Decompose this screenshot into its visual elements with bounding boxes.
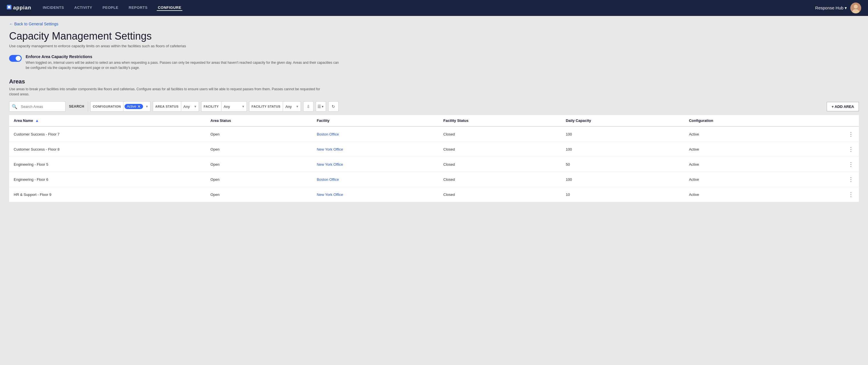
toggle-row: Enforce Area Capacity Restrictions When … <box>9 55 859 70</box>
facility-link[interactable]: New York Office <box>317 193 343 197</box>
row-actions[interactable]: ⋮ <box>804 172 859 187</box>
cell-area-status: Open <box>206 172 312 187</box>
area-status-filter-value: Any <box>181 104 192 109</box>
configuration-filter-label: CONFIGURATION <box>91 102 124 111</box>
facility-link[interactable]: Boston Office <box>317 177 339 181</box>
add-area-button[interactable]: + ADD AREA <box>827 102 859 111</box>
facility-filter[interactable]: FACILITY Any ▼ <box>201 101 247 111</box>
navbar: appian INCIDENTS ACTIVITY PEOPLE REPORTS… <box>0 0 868 16</box>
nav-reports[interactable]: REPORTS <box>128 5 149 11</box>
area-status-chevron-icon: ▼ <box>192 105 198 108</box>
search-icon: 🔍 <box>9 104 20 109</box>
facility-link[interactable]: New York Office <box>317 162 343 167</box>
cell-configuration: Active <box>684 126 804 142</box>
col-area-status: Area Status <box>206 115 312 126</box>
cell-configuration: Active <box>684 157 804 172</box>
configuration-chevron-icon: ▼ <box>144 105 150 108</box>
cell-area-status: Open <box>206 187 312 202</box>
facility-status-filter[interactable]: FACILITY STATUS Any ▼ <box>249 101 301 111</box>
nav-configure[interactable]: CONFIGURE <box>157 5 183 11</box>
nav-links: INCIDENTS ACTIVITY PEOPLE REPORTS CONFIG… <box>41 5 182 11</box>
cell-daily-capacity: 100 <box>561 126 684 142</box>
cell-facility-status: Closed <box>439 187 561 202</box>
facility-status-filter-value: Any <box>283 104 294 109</box>
cell-area-name: HR & Support - Floor 9 <box>9 187 206 202</box>
cell-facility-status: Closed <box>439 172 561 187</box>
row-actions[interactable]: ⋮ <box>804 157 859 172</box>
facility-status-filter-label: FACILITY STATUS <box>249 102 283 111</box>
cell-facility: New York Office <box>312 157 439 172</box>
configuration-filter-value: Active <box>127 104 136 108</box>
svg-text:appian: appian <box>13 5 31 10</box>
col-actions <box>804 115 859 126</box>
area-status-filter[interactable]: AREA STATUS Any ▼ <box>153 101 199 111</box>
toolbar: 🔍 SEARCH CONFIGURATION Active ✕ ▼ AREA S… <box>9 101 859 111</box>
col-configuration: Configuration <box>684 115 804 126</box>
cell-configuration: Active <box>684 172 804 187</box>
nav-people[interactable]: PEOPLE <box>101 5 120 11</box>
areas-desc: Use areas to break your facilities into … <box>9 87 322 97</box>
logo[interactable]: appian <box>7 3 32 13</box>
toggle-description: When toggled on, internal users will be … <box>26 60 339 70</box>
table-row: HR & Support - Floor 9 Open New York Off… <box>9 187 859 202</box>
areas-table: Area Name ▲ Area Status Facility Facilit… <box>9 115 859 202</box>
navbar-right: Response Hub ▾ <box>815 3 861 13</box>
row-actions[interactable]: ⋮ <box>804 187 859 202</box>
col-facility: Facility <box>312 115 439 126</box>
table-header: Area Name ▲ Area Status Facility Facilit… <box>9 115 859 126</box>
download-button[interactable]: ⇩ <box>303 101 313 111</box>
cell-facility-status: Closed <box>439 126 561 142</box>
cell-daily-capacity: 100 <box>561 142 684 157</box>
cell-area-status: Open <box>206 126 312 142</box>
filter-button[interactable]: ☰ ▼ <box>316 101 326 111</box>
search-button[interactable]: SEARCH <box>65 101 88 111</box>
refresh-button[interactable]: ↻ <box>328 101 339 111</box>
page-title: Capacity Management Settings <box>9 30 859 42</box>
search-input[interactable] <box>20 104 65 109</box>
nav-incidents[interactable]: INCIDENTS <box>41 5 65 11</box>
area-name-sort-icon[interactable]: ▲ <box>35 119 39 123</box>
col-daily-capacity: Daily Capacity <box>561 115 684 126</box>
search-box: 🔍 SEARCH <box>9 101 88 111</box>
configuration-filter-clear[interactable]: ✕ <box>137 104 141 108</box>
cell-configuration: Active <box>684 187 804 202</box>
avatar[interactable] <box>850 3 861 13</box>
cell-area-name: Engineering - Floor 5 <box>9 157 206 172</box>
enforce-toggle[interactable] <box>9 55 22 62</box>
facility-filter-value: Any <box>221 104 240 109</box>
area-status-filter-label: AREA STATUS <box>153 102 181 111</box>
cell-area-name: Engineering - Floor 6 <box>9 172 206 187</box>
cell-configuration: Active <box>684 142 804 157</box>
cell-area-status: Open <box>206 157 312 172</box>
nav-activity[interactable]: ACTIVITY <box>73 5 93 11</box>
cell-facility: New York Office <box>312 187 439 202</box>
cell-facility: Boston Office <box>312 126 439 142</box>
cell-daily-capacity: 10 <box>561 187 684 202</box>
hub-label[interactable]: Response Hub ▾ <box>815 5 847 10</box>
row-actions[interactable]: ⋮ <box>804 126 859 142</box>
facility-status-chevron-icon: ▼ <box>294 105 301 108</box>
cell-daily-capacity: 100 <box>561 172 684 187</box>
main-content: ← Back to General Settings Capacity Mana… <box>0 16 868 213</box>
cell-facility-status: Closed <box>439 142 561 157</box>
cell-facility-status: Closed <box>439 157 561 172</box>
facility-chevron-icon: ▼ <box>240 105 247 108</box>
facility-link[interactable]: New York Office <box>317 147 343 152</box>
svg-point-4 <box>854 5 858 8</box>
facility-link[interactable]: Boston Office <box>317 132 339 136</box>
toolbar-left: 🔍 SEARCH CONFIGURATION Active ✕ ▼ AREA S… <box>9 101 339 111</box>
configuration-filter[interactable]: CONFIGURATION Active ✕ ▼ <box>90 101 151 111</box>
row-actions[interactable]: ⋮ <box>804 142 859 157</box>
configuration-filter-tag: Active ✕ <box>125 104 143 109</box>
cell-area-name: Customer Success - Floor 7 <box>9 126 206 142</box>
navbar-left: appian INCIDENTS ACTIVITY PEOPLE REPORTS… <box>7 3 182 13</box>
toggle-text: Enforce Area Capacity Restrictions When … <box>26 55 339 70</box>
table-row: Customer Success - Floor 7 Open Boston O… <box>9 126 859 142</box>
cell-facility: New York Office <box>312 142 439 157</box>
col-area-name: Area Name ▲ <box>9 115 206 126</box>
table-row: Engineering - Floor 6 Open Boston Office… <box>9 172 859 187</box>
toggle-label: Enforce Area Capacity Restrictions <box>26 55 339 59</box>
back-link[interactable]: ← Back to General Settings <box>9 22 859 26</box>
areas-section: Areas Use areas to break your facilities… <box>9 78 859 97</box>
page-subtitle: Use capacity management to enforce capac… <box>9 44 859 48</box>
